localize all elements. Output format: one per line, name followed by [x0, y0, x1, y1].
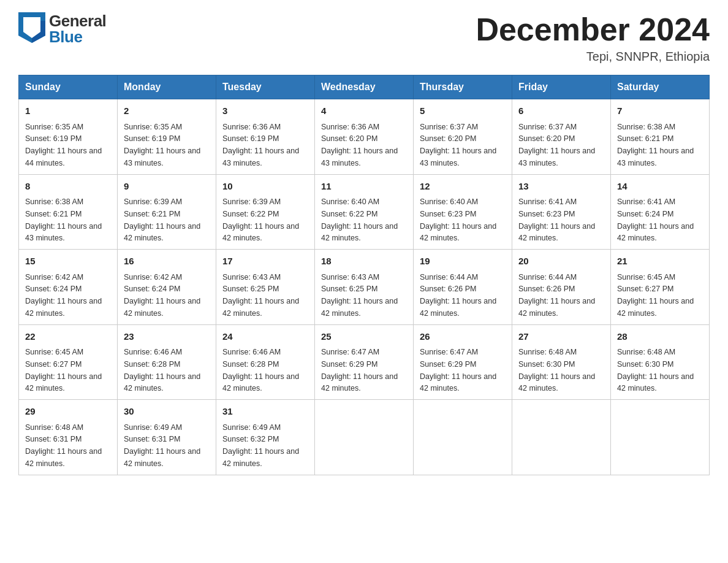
calendar-cell: 30 Sunrise: 6:49 AM Sunset: 6:31 PM Dayl… [118, 400, 216, 475]
daylight-info: Daylight: 11 hours and 43 minutes. [222, 147, 299, 167]
sunrise-info: Sunrise: 6:45 AM [25, 348, 83, 356]
day-number: 27 [518, 330, 604, 344]
calendar-cell: 20 Sunrise: 6:44 AM Sunset: 6:26 PM Dayl… [512, 250, 611, 325]
daylight-info: Daylight: 11 hours and 42 minutes. [222, 372, 299, 393]
sunrise-info: Sunrise: 6:41 AM [617, 197, 675, 206]
sunset-info: Sunset: 6:23 PM [420, 210, 476, 218]
calendar-cell: 3 Sunrise: 6:36 AM Sunset: 6:19 PM Dayli… [216, 99, 315, 175]
sunset-info: Sunset: 6:31 PM [25, 435, 82, 443]
day-number: 10 [222, 180, 308, 194]
sunset-info: Sunset: 6:21 PM [25, 210, 82, 218]
daylight-info: Daylight: 11 hours and 43 minutes. [124, 147, 200, 167]
sunrise-info: Sunrise: 6:40 AM [321, 197, 379, 206]
day-number: 24 [222, 330, 308, 344]
calendar-cell: 22 Sunrise: 6:45 AM Sunset: 6:27 PM Dayl… [19, 324, 118, 400]
sunrise-info: Sunrise: 6:42 AM [25, 273, 83, 282]
calendar-cell: 15 Sunrise: 6:42 AM Sunset: 6:24 PM Dayl… [19, 250, 118, 325]
sunrise-info: Sunrise: 6:48 AM [617, 348, 675, 356]
day-number: 6 [518, 104, 604, 118]
week-row-2: 8 Sunrise: 6:38 AM Sunset: 6:21 PM Dayli… [19, 174, 710, 250]
weekday-header-row: SundayMondayTuesdayWednesdayThursdayFrid… [19, 75, 710, 99]
daylight-info: Daylight: 11 hours and 42 minutes. [124, 372, 200, 393]
sunset-info: Sunset: 6:24 PM [124, 285, 180, 293]
day-number: 3 [222, 104, 308, 118]
calendar-cell: 5 Sunrise: 6:37 AM Sunset: 6:20 PM Dayli… [414, 99, 512, 175]
daylight-info: Daylight: 11 hours and 42 minutes. [617, 372, 694, 393]
sunrise-info: Sunrise: 6:42 AM [124, 273, 182, 282]
calendar-cell: 12 Sunrise: 6:40 AM Sunset: 6:23 PM Dayl… [414, 174, 512, 250]
day-number: 18 [321, 255, 407, 269]
daylight-info: Daylight: 11 hours and 42 minutes. [222, 222, 299, 243]
sunrise-info: Sunrise: 6:46 AM [222, 348, 281, 356]
calendar-cell [315, 400, 414, 475]
day-number: 29 [25, 405, 111, 419]
day-number: 15 [25, 255, 111, 269]
sunset-info: Sunset: 6:19 PM [222, 134, 279, 143]
day-number: 11 [321, 180, 407, 194]
sunset-info: Sunset: 6:31 PM [124, 435, 180, 443]
sunset-info: Sunset: 6:30 PM [518, 360, 575, 369]
day-number: 8 [25, 180, 111, 194]
day-number: 5 [420, 104, 506, 118]
day-number: 25 [321, 330, 407, 344]
calendar-cell: 7 Sunrise: 6:38 AM Sunset: 6:21 PM Dayli… [611, 99, 710, 175]
weekday-header-sunday: Sunday [19, 75, 118, 99]
sunrise-info: Sunrise: 6:46 AM [124, 348, 182, 356]
day-number: 2 [124, 104, 210, 118]
weekday-header-saturday: Saturday [611, 75, 710, 99]
day-number: 14 [617, 180, 703, 194]
sunrise-info: Sunrise: 6:38 AM [617, 123, 675, 131]
sunset-info: Sunset: 6:22 PM [321, 210, 377, 218]
calendar-cell: 8 Sunrise: 6:38 AM Sunset: 6:21 PM Dayli… [19, 174, 118, 250]
sunset-info: Sunset: 6:24 PM [25, 285, 82, 293]
logo: General Blue [18, 12, 106, 45]
daylight-info: Daylight: 11 hours and 42 minutes. [25, 372, 102, 393]
sunrise-info: Sunrise: 6:37 AM [518, 123, 577, 131]
sunrise-info: Sunrise: 6:37 AM [420, 123, 478, 131]
calendar-cell [611, 400, 710, 475]
calendar-cell: 17 Sunrise: 6:43 AM Sunset: 6:25 PM Dayl… [216, 250, 315, 325]
calendar-cell: 10 Sunrise: 6:39 AM Sunset: 6:22 PM Dayl… [216, 174, 315, 250]
day-number: 30 [124, 405, 210, 419]
day-number: 13 [518, 180, 604, 194]
calendar-cell: 31 Sunrise: 6:49 AM Sunset: 6:32 PM Dayl… [216, 400, 315, 475]
sunrise-info: Sunrise: 6:45 AM [617, 273, 675, 282]
day-number: 21 [617, 255, 703, 269]
sunset-info: Sunset: 6:20 PM [321, 134, 377, 143]
sunset-info: Sunset: 6:27 PM [617, 285, 673, 293]
sunrise-info: Sunrise: 6:41 AM [518, 197, 577, 206]
daylight-info: Daylight: 11 hours and 42 minutes. [321, 372, 398, 393]
day-number: 22 [25, 330, 111, 344]
sunrise-info: Sunrise: 6:47 AM [321, 348, 379, 356]
sunset-info: Sunset: 6:27 PM [25, 360, 82, 369]
calendar-cell: 11 Sunrise: 6:40 AM Sunset: 6:22 PM Dayl… [315, 174, 414, 250]
daylight-info: Daylight: 11 hours and 43 minutes. [518, 147, 595, 167]
day-number: 23 [124, 330, 210, 344]
sunrise-info: Sunrise: 6:39 AM [222, 197, 281, 206]
calendar-table: SundayMondayTuesdayWednesdayThursdayFrid… [18, 75, 710, 475]
daylight-info: Daylight: 11 hours and 43 minutes. [420, 147, 496, 167]
calendar-cell: 27 Sunrise: 6:48 AM Sunset: 6:30 PM Dayl… [512, 324, 611, 400]
day-number: 4 [321, 104, 407, 118]
sunrise-info: Sunrise: 6:35 AM [124, 123, 182, 131]
day-number: 7 [617, 104, 703, 118]
day-number: 17 [222, 255, 308, 269]
calendar-cell: 13 Sunrise: 6:41 AM Sunset: 6:23 PM Dayl… [512, 174, 611, 250]
daylight-info: Daylight: 11 hours and 42 minutes. [222, 297, 299, 318]
day-number: 9 [124, 180, 210, 194]
daylight-info: Daylight: 11 hours and 42 minutes. [420, 372, 496, 393]
daylight-info: Daylight: 11 hours and 42 minutes. [321, 222, 398, 243]
sunrise-info: Sunrise: 6:36 AM [321, 123, 379, 131]
sunrise-info: Sunrise: 6:39 AM [124, 197, 182, 206]
sunrise-info: Sunrise: 6:48 AM [25, 423, 83, 432]
sunset-info: Sunset: 6:22 PM [222, 210, 279, 218]
sunrise-info: Sunrise: 6:36 AM [222, 123, 281, 131]
calendar-cell: 28 Sunrise: 6:48 AM Sunset: 6:30 PM Dayl… [611, 324, 710, 400]
month-title: December 2024 [476, 12, 710, 47]
calendar-cell: 18 Sunrise: 6:43 AM Sunset: 6:25 PM Dayl… [315, 250, 414, 325]
day-number: 16 [124, 255, 210, 269]
weekday-header-thursday: Thursday [414, 75, 512, 99]
calendar-cell: 29 Sunrise: 6:48 AM Sunset: 6:31 PM Dayl… [19, 400, 118, 475]
weekday-header-wednesday: Wednesday [315, 75, 414, 99]
calendar-cell: 24 Sunrise: 6:46 AM Sunset: 6:28 PM Dayl… [216, 324, 315, 400]
